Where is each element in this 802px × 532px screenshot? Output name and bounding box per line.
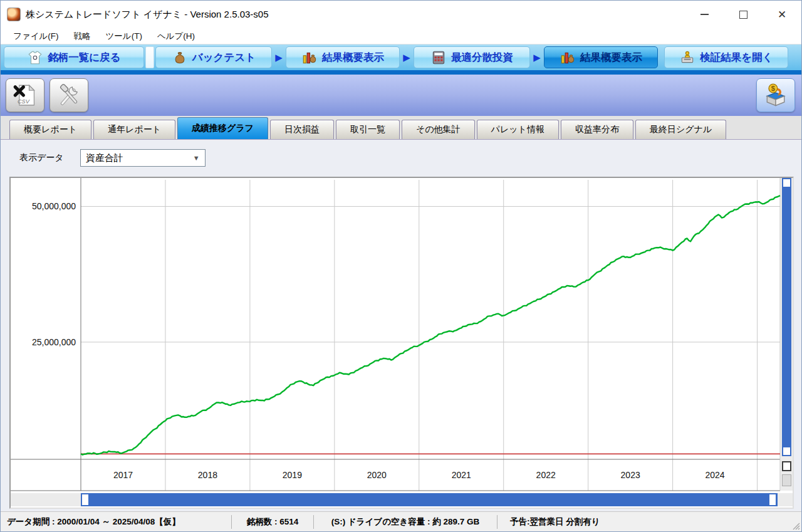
nav-button-label: バックテスト [192, 51, 256, 65]
nav-backtest-button[interactable]: バックテスト [155, 46, 272, 68]
nav-button-label: 銘柄一覧に戻る [48, 51, 120, 65]
menu-tools[interactable]: ツール(T) [98, 29, 150, 44]
nav-result-summary-active-button[interactable]: 結果概要表示 [544, 46, 658, 68]
tab-last-day-signal[interactable]: 最終日シグナル [635, 120, 726, 139]
bar-chart-icon [301, 50, 318, 66]
nav-button-label: 最適分散投資 [451, 51, 513, 65]
nav-back-to-stock-list-button[interactable]: 銘柄一覧に戻る [4, 46, 144, 68]
workflow-arrow-icon: ▶ [530, 46, 544, 68]
svg-text:25,000,000: 25,000,000 [32, 337, 76, 347]
tab-daily-pl[interactable]: 日次損益 [270, 120, 334, 139]
svg-text:2017: 2017 [113, 470, 133, 480]
nav-separator [145, 46, 154, 68]
svg-text:2020: 2020 [367, 470, 387, 480]
money-box-icon: $ [762, 81, 789, 109]
app-window: 株システムトレードソフト イザナミ - Version 2.5.03-s05 ✕… [0, 0, 802, 532]
status-next-day-notice: 予告:翌営業日 分割有り [497, 512, 801, 531]
svg-text:2021: 2021 [452, 470, 471, 480]
app-icon[interactable] [7, 8, 21, 21]
horizontal-range-scrollbar[interactable] [81, 493, 778, 506]
export-csv-button[interactable]: CSV [6, 78, 44, 112]
v-scrollbar-bottom-handle[interactable] [783, 447, 790, 455]
window-title: 株システムトレードソフト イザナミ - Version 2.5.03-s05 [26, 9, 269, 21]
horizontal-scroll-track [11, 493, 793, 506]
menu-file[interactable]: ファイル(F) [6, 29, 66, 44]
nav-button-label: 検証結果を開く [700, 51, 773, 65]
nav-result-summary-button[interactable]: 結果概要表示 [286, 46, 400, 68]
svg-text:2018: 2018 [198, 470, 217, 480]
open-results-icon [679, 50, 695, 66]
toolbar: CSV $ [1, 75, 801, 116]
csv-file-icon: CSV [12, 82, 38, 108]
svg-text:2024: 2024 [706, 470, 725, 480]
svg-text:2019: 2019 [283, 470, 302, 480]
nav-button-label: 結果概要表示 [580, 51, 642, 65]
settings-tools-button[interactable] [49, 78, 88, 112]
close-icon: ✕ [778, 9, 786, 20]
graph-page: 表示データ 資産合計 ▼ 25,000,00050,000,0002017201… [1, 140, 801, 513]
status-data-period: データ期間 : 2000/01/04 ～ 2025/04/08【仮】 [1, 512, 231, 531]
v-scrollbar-top-handle[interactable] [783, 179, 790, 187]
chart-option-button[interactable] [782, 461, 791, 471]
equity-curve-chart: 25,000,00050,000,00020172018201920202021… [11, 178, 781, 493]
svg-text:2023: 2023 [621, 470, 640, 480]
nav-accent-strip [1, 70, 801, 75]
maximize-icon [739, 11, 747, 19]
menu-strategy[interactable]: 戦略 [66, 29, 98, 44]
shirt-icon [27, 50, 43, 66]
minimize-button[interactable] [685, 1, 724, 28]
tab-palette-info[interactable]: パレット情報 [477, 120, 559, 139]
h-scrollbar-right-handle[interactable] [769, 494, 776, 505]
tab-trade-list[interactable]: 取引一覧 [336, 120, 400, 139]
tab-other-aggregation[interactable]: その他集計 [402, 120, 475, 139]
svg-text:CSV: CSV [18, 98, 30, 105]
chart-option-button-disabled[interactable] [782, 474, 791, 486]
svg-text:$: $ [771, 85, 775, 92]
chevron-down-icon: ▼ [193, 154, 200, 162]
workflow-arrow-icon: ▶ [272, 46, 286, 68]
vertical-scroll-strip [781, 178, 793, 491]
tab-return-distribution[interactable]: 収益率分布 [561, 120, 633, 139]
tab-summary-report[interactable]: 概要レポート [9, 120, 91, 139]
status-drive-free-space: (S:) ドライブの空き容量 : 約 289.7 GB [314, 512, 497, 531]
status-bar: データ期間 : 2000/01/04 ～ 2025/04/08【仮】 銘柄数 :… [1, 511, 801, 531]
bar-chart-icon [560, 50, 576, 66]
workflow-arrow-icon: ▶ [400, 46, 414, 68]
title-bar: 株システムトレードソフト イザナミ - Version 2.5.03-s05 ✕ [1, 1, 801, 28]
workflow-nav-bar: 銘柄一覧に戻る バックテスト ▶ 結果概要表示 ▶ 最適分散投資 ▶ 結果概要表… [1, 44, 801, 70]
report-tab-bar: 概要レポート 通年レポート 成績推移グラフ 日次損益 取引一覧 その他集計 パレ… [1, 116, 801, 140]
tab-performance-graph[interactable]: 成績推移グラフ [177, 117, 268, 139]
equity-chart-panel: 25,000,00050,000,00020172018201920202021… [9, 177, 794, 509]
vertical-range-scrollbar[interactable] [782, 178, 791, 456]
h-scrollbar-left-handle[interactable] [82, 494, 88, 505]
nav-optimal-diversification-button[interactable]: 最適分散投資 [414, 46, 530, 68]
display-data-label: 表示データ [19, 152, 64, 164]
svg-text:50,000,000: 50,000,000 [32, 201, 76, 211]
wrench-hammer-icon [56, 82, 82, 108]
nav-button-label: 結果概要表示 [322, 51, 384, 65]
close-button[interactable]: ✕ [763, 1, 801, 28]
fund-settings-button[interactable]: $ [756, 78, 795, 112]
minimize-icon [700, 14, 709, 15]
resize-grip[interactable] [791, 521, 800, 530]
svg-text:2022: 2022 [536, 470, 556, 480]
display-data-select[interactable]: 資産合計 ▼ [80, 149, 206, 167]
menu-bar: ファイル(F) 戦略 ツール(T) ヘルプ(H) [1, 28, 801, 44]
maximize-button[interactable] [724, 1, 763, 28]
display-data-value: 資産合計 [86, 152, 123, 164]
nav-open-verification-results-button[interactable]: 検証結果を開く [664, 46, 788, 68]
tab-yearly-report[interactable]: 通年レポート [93, 120, 175, 139]
status-symbol-count: 銘柄数 : 6514 [232, 512, 313, 531]
sack-icon [172, 50, 188, 66]
calculator-icon [430, 50, 447, 66]
menu-help[interactable]: ヘルプ(H) [150, 29, 202, 44]
